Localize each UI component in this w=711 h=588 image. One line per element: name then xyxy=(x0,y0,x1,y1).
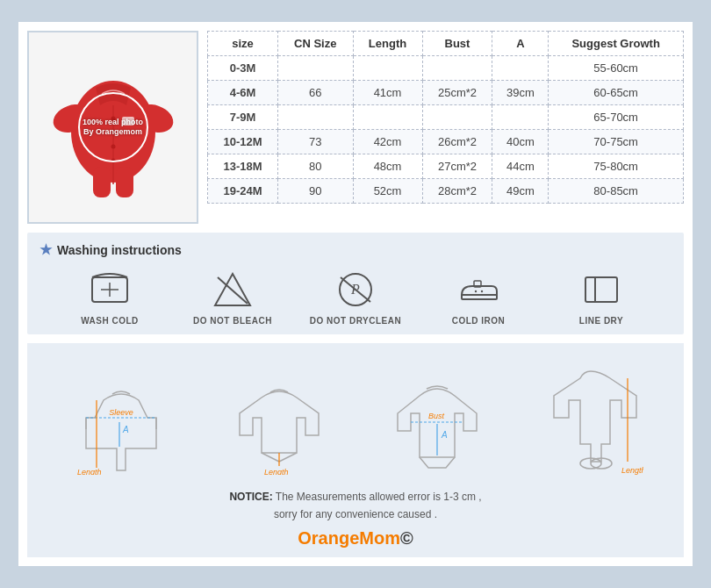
table-row: 7-9M65-70cm xyxy=(208,105,684,130)
svg-rect-4 xyxy=(116,167,133,197)
svg-rect-19 xyxy=(462,295,497,299)
table-cell: 10-12M xyxy=(208,130,278,154)
diagram-3-svg: Bust A xyxy=(384,369,490,475)
table-cell xyxy=(277,105,353,130)
col-cn-size: CN Size xyxy=(277,32,353,56)
diagram-3: Bust A xyxy=(384,369,490,475)
no-bleach-label: DO NOT BLEACH xyxy=(193,316,272,326)
diagram-2-svg: Length xyxy=(231,369,327,475)
line-dry-icon xyxy=(579,270,623,309)
no-bleach-item: DO NOT BLEACH xyxy=(184,270,281,326)
size-table: size CN Size Length Bust A Suggest Growt… xyxy=(207,31,684,204)
table-cell xyxy=(422,105,492,130)
table-cell: 4-6M xyxy=(208,81,278,105)
top-section: 100% real photo By Orangemom size CN Siz… xyxy=(27,31,684,224)
table-cell xyxy=(492,56,549,81)
notice-label: NOTICE: xyxy=(229,491,272,503)
table-cell: 27cm*2 xyxy=(422,154,492,179)
table-cell: 80-85cm xyxy=(549,179,684,204)
notice-body2: sorry for any convenience caused . xyxy=(274,508,437,520)
table-cell: 28cm*2 xyxy=(422,179,492,204)
product-image: 100% real photo By Orangemom xyxy=(27,31,198,224)
table-row: 4-6M6641cm25cm*239cm60-65cm xyxy=(208,81,684,105)
main-card: 100% real photo By Orangemom size CN Siz… xyxy=(18,21,693,566)
overlay-text2: By Orangemom xyxy=(83,127,142,138)
table-row: 0-3M55-60cm xyxy=(208,56,684,81)
no-dryclean-item: P DO NOT DRYCLEAN xyxy=(307,270,404,326)
no-bleach-icon xyxy=(211,270,255,309)
table-cell: 19-24M xyxy=(208,179,278,204)
table-cell: 80 xyxy=(277,154,353,179)
diagram-1-svg: Sleeve A Length xyxy=(68,369,174,475)
table-row: 10-12M7342cm26cm*240cm70-75cm xyxy=(208,130,684,154)
table-cell: 26cm*2 xyxy=(422,130,492,154)
table-cell: 48cm xyxy=(353,154,422,179)
svg-line-34 xyxy=(279,453,297,462)
wash-cold-icon xyxy=(88,270,132,309)
svg-rect-23 xyxy=(585,277,617,302)
table-cell: 65-70cm xyxy=(549,105,684,130)
table-cell: 7-9M xyxy=(208,105,278,130)
table-cell: 52cm xyxy=(353,179,422,204)
svg-point-21 xyxy=(475,290,477,292)
table-cell xyxy=(492,105,549,130)
table-cell: 39cm xyxy=(492,81,549,105)
col-length: Length xyxy=(353,32,422,56)
photo-overlay: 100% real photo By Orangemom xyxy=(78,92,148,162)
table-cell xyxy=(277,56,353,81)
table-cell: 0-3M xyxy=(208,56,278,81)
washing-title: ★ Washing instructions xyxy=(40,241,672,258)
table-cell xyxy=(422,56,492,81)
svg-rect-3 xyxy=(93,167,111,197)
table-cell: 66 xyxy=(277,81,353,105)
diagrams-row: Sleeve A Length xyxy=(40,352,672,484)
overlay-text1: 100% real photo xyxy=(83,118,143,128)
table-cell xyxy=(353,56,422,81)
washing-title-text: Washing instructions xyxy=(57,243,182,257)
table-cell: 55-60cm xyxy=(549,56,684,81)
no-dryclean-label: DO NOT DRYCLEAN xyxy=(310,316,401,326)
svg-text:Length: Length xyxy=(264,468,289,475)
brand-name: OrangeMom xyxy=(298,528,400,548)
col-bust: Bust xyxy=(422,32,492,56)
table-cell xyxy=(353,105,422,130)
table-cell: 44cm xyxy=(492,154,549,179)
col-suggest: Suggest Growth xyxy=(549,32,684,56)
line-dry-label: LINE DRY xyxy=(579,316,623,326)
brand: OrangeMom© xyxy=(40,528,672,549)
table-row: 13-18M8048cm27cm*244cm75-80cm xyxy=(208,154,684,179)
diagram-1: Sleeve A Length xyxy=(68,369,174,475)
notice-body: The Measurements allowed error is 1-3 cm… xyxy=(276,491,482,503)
table-row: 19-24M9052cm28cm*249cm80-85cm xyxy=(208,179,684,204)
table-cell: 49cm xyxy=(492,179,549,204)
size-table-wrap: size CN Size Length Bust A Suggest Growt… xyxy=(207,31,684,224)
washing-icons-row: WASH COLD DO NOT BLEACH P xyxy=(40,270,672,326)
table-cell: 70-75cm xyxy=(549,130,684,154)
svg-line-33 xyxy=(262,453,279,462)
table-cell: 60-65cm xyxy=(549,81,684,105)
wash-cold-item: WASH COLD xyxy=(61,270,158,326)
table-cell: 25cm*2 xyxy=(422,81,492,105)
cold-iron-label: COLD IRON xyxy=(452,316,506,326)
diagram-2: Length xyxy=(231,369,327,475)
col-a: A xyxy=(492,32,549,56)
table-cell: 40cm xyxy=(492,130,549,154)
diagram-4-svg: Length xyxy=(547,361,643,475)
washing-section: ★ Washing instructions WASH COLD xyxy=(27,233,684,334)
col-size: size xyxy=(208,32,278,56)
wash-cold-label: WASH COLD xyxy=(81,316,139,326)
no-dryclean-icon: P xyxy=(334,270,377,309)
cold-iron-icon xyxy=(456,270,500,309)
table-cell: 73 xyxy=(277,130,353,154)
star-icon: ★ xyxy=(40,241,52,258)
table-cell: 90 xyxy=(277,179,353,204)
table-header-row: size CN Size Length Bust A Suggest Growt… xyxy=(208,32,684,56)
diagram-4: Length xyxy=(547,361,643,475)
brand-symbol: © xyxy=(400,528,413,548)
notice-text: NOTICE: The Measurements allowed error i… xyxy=(40,489,672,522)
svg-text:Length: Length xyxy=(77,468,102,475)
measurements-section: Sleeve A Length xyxy=(27,343,684,556)
table-cell: 41cm xyxy=(353,81,422,105)
table-cell: 42cm xyxy=(353,130,422,154)
svg-text:A: A xyxy=(122,425,129,434)
